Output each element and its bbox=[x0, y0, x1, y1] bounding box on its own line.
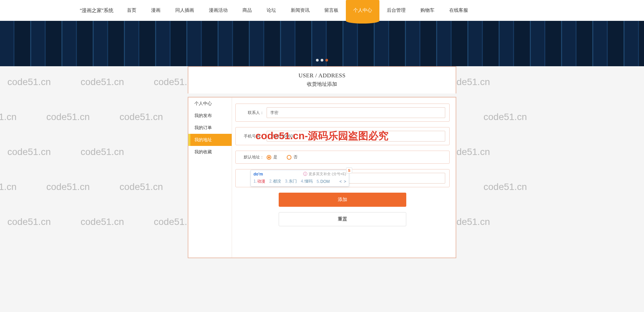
sidebar-item-my-orders[interactable]: 我的订单 bbox=[188, 122, 232, 134]
watermark: code51.cn bbox=[7, 77, 51, 87]
watermark: code51.cn bbox=[120, 182, 163, 192]
watermark: code51.cn bbox=[81, 147, 124, 157]
watermark: code51.cn bbox=[0, 112, 16, 122]
nav-goods[interactable]: 商品 bbox=[235, 0, 259, 21]
ime-hint[interactable]: i更多英文补全 (分号+E) bbox=[303, 171, 346, 177]
watermark: code51.cn bbox=[81, 77, 124, 87]
main-nav: “漫画之家”系统 首页 漫画 同人插画 漫画活动 商品 论坛 新闻资讯 留言板 … bbox=[74, 0, 475, 21]
default-radio-group: 是 否 bbox=[267, 154, 297, 160]
sidebar-item-my-posts[interactable]: 我的发布 bbox=[188, 110, 232, 122]
ime-pager: < > bbox=[339, 179, 346, 184]
nav-forum[interactable]: 论坛 bbox=[259, 0, 283, 21]
watermark: code51.cn bbox=[484, 112, 527, 122]
ime-candidate-2[interactable]: 2.都没 bbox=[269, 179, 281, 184]
watermark: code51.cn bbox=[46, 112, 90, 122]
nav-customer-service[interactable]: 在线客服 bbox=[442, 0, 475, 21]
nav-user-center[interactable]: 个人中心 bbox=[346, 0, 379, 21]
ime-candidates: 1.动漫 2.都没 3.东门 4.懂吗 5.DOM < > bbox=[251, 177, 349, 186]
page-title-zh: 收货地址添加 bbox=[188, 81, 456, 87]
ime-candidate-3[interactable]: 3.东门 bbox=[285, 179, 297, 184]
ime-candidate-4[interactable]: 4.懂吗 bbox=[301, 179, 313, 184]
nav-guestbook[interactable]: 留言板 bbox=[317, 0, 346, 21]
sidebar: 个人中心 我的发布 我的订单 我的地址 我的收藏 bbox=[188, 98, 232, 258]
contact-input[interactable] bbox=[267, 107, 445, 118]
contact-label: 联系人： bbox=[240, 110, 267, 116]
carousel-dot-1[interactable] bbox=[316, 59, 319, 62]
watermark: code51.cn bbox=[81, 217, 124, 227]
nav-admin[interactable]: 后台管理 bbox=[379, 0, 413, 21]
watermark: code51.cn bbox=[0, 182, 16, 192]
hero-banner bbox=[0, 21, 644, 66]
radio-yes-icon bbox=[267, 155, 271, 160]
radio-yes-label: 是 bbox=[273, 154, 277, 160]
ime-logo-icon: S bbox=[346, 167, 352, 173]
ime-hint-text: 更多英文补全 (分号+E) bbox=[309, 172, 346, 176]
watermark: code51.cn bbox=[484, 182, 527, 192]
radio-no-label: 否 bbox=[293, 154, 297, 160]
field-default-address: 默认地址： 是 否 bbox=[235, 151, 450, 164]
nav-events[interactable]: 漫画活动 bbox=[201, 0, 235, 21]
nav-illustration[interactable]: 同人插画 bbox=[168, 0, 201, 21]
default-label: 默认地址： bbox=[240, 154, 267, 160]
submit-button[interactable]: 添加 bbox=[279, 193, 406, 207]
brand-label: “漫画之家”系统 bbox=[74, 0, 120, 21]
reset-button[interactable]: 重置 bbox=[279, 212, 406, 226]
sidebar-item-user-center[interactable]: 个人中心 bbox=[188, 98, 232, 110]
top-nav-bar: “漫画之家”系统 首页 漫画 同人插画 漫画活动 商品 论坛 新闻资讯 留言板 … bbox=[0, 0, 644, 21]
info-icon: i bbox=[303, 172, 307, 176]
carousel-dot-2[interactable] bbox=[321, 59, 323, 62]
ime-candidate-5[interactable]: 5.DOM bbox=[317, 179, 330, 184]
watermark: code51.cn bbox=[7, 147, 51, 157]
phone-label: 手机号码： bbox=[240, 133, 267, 139]
watermark: code51.cn bbox=[46, 182, 90, 192]
nav-home[interactable]: 首页 bbox=[120, 0, 144, 21]
sidebar-item-my-favorites[interactable]: 我的收藏 bbox=[188, 146, 232, 158]
sidebar-item-my-address[interactable]: 我的地址 bbox=[188, 134, 232, 146]
radio-no[interactable]: 否 bbox=[287, 154, 297, 160]
watermark: code51.cn bbox=[120, 112, 163, 122]
carousel-dot-3[interactable] bbox=[325, 59, 328, 62]
watermark: code51.cn bbox=[7, 217, 51, 227]
page-title-en: USER / ADDRESS bbox=[188, 72, 456, 79]
ime-prev-icon[interactable]: < bbox=[339, 179, 342, 184]
ime-candidate-1[interactable]: 1.动漫 bbox=[254, 179, 265, 184]
ime-typed-text: do'm bbox=[254, 172, 263, 177]
radio-yes[interactable]: 是 bbox=[267, 154, 277, 160]
carousel-dots bbox=[316, 59, 328, 62]
radio-no-icon bbox=[287, 155, 291, 160]
phone-input[interactable] bbox=[267, 131, 445, 142]
field-phone: 手机号码： bbox=[235, 127, 450, 145]
field-contact: 联系人： bbox=[235, 104, 450, 122]
ime-header: do'm i更多英文补全 (分号+E) bbox=[251, 170, 349, 177]
page-header: USER / ADDRESS 收货地址添加 bbox=[188, 66, 456, 93]
ime-candidate-window: S do'm i更多英文补全 (分号+E) 1.动漫 2.都没 3.东门 4.懂… bbox=[250, 170, 349, 187]
nav-comic[interactable]: 漫画 bbox=[144, 0, 168, 21]
nav-news[interactable]: 新闻资讯 bbox=[283, 0, 317, 21]
nav-cart[interactable]: 购物车 bbox=[413, 0, 442, 21]
ime-next-icon[interactable]: > bbox=[344, 179, 346, 184]
